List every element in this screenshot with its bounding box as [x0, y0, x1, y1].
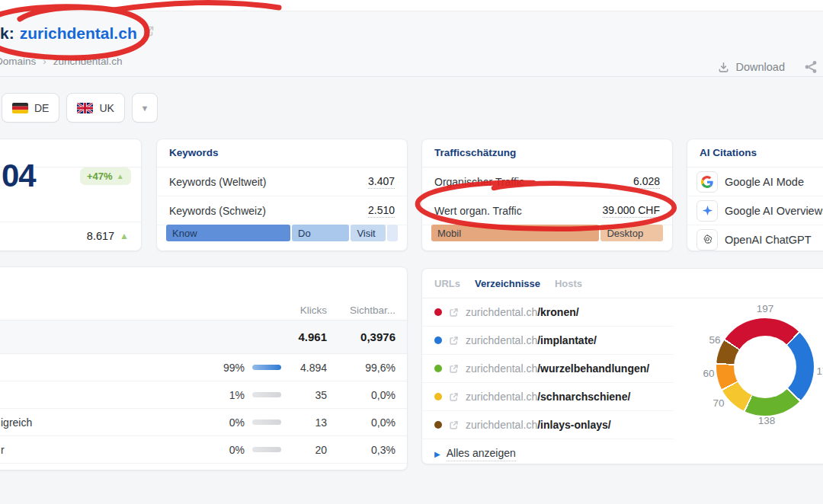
share-percent: 99%: [191, 362, 245, 374]
tab-verzeichnisse[interactable]: Verzeichnisse: [475, 278, 540, 289]
tab-urls[interactable]: URLs: [434, 278, 460, 289]
series-dot: [434, 393, 442, 400]
table-header-row: Klicks Sichtbar...: [0, 301, 407, 321]
table-row: r 0% 20 0,3%: [0, 436, 407, 464]
directories-card: URLs Verzeichnisse Hosts zurichdental.ch…: [421, 268, 823, 464]
ai-row-google-ai-mode[interactable]: Google AI Mode: [687, 167, 823, 196]
show-all-label: Alles anzeigen: [447, 447, 516, 461]
external-link-icon[interactable]: [143, 25, 155, 37]
external-link-icon[interactable]: [449, 420, 459, 430]
klicks-value: 35: [281, 389, 327, 401]
change-badge-value: +47%: [87, 171, 113, 182]
download-icon: [718, 62, 729, 73]
share-percent: 1%: [191, 389, 245, 401]
uk-flag-icon: [77, 103, 93, 113]
summary-sichtbarkeit: 0,3976: [327, 330, 395, 343]
organic-traffic-label: Organischer Traffic: [434, 176, 524, 188]
show-all-link[interactable]: ▶ Alles anzeigen: [422, 439, 674, 468]
directories-list: zurichdental.ch/kronen/ zurichdental.ch/…: [422, 298, 674, 468]
organic-traffic-value[interactable]: 6.028: [633, 175, 660, 189]
keywords-worldwide-label: Keywords (Weltweit): [169, 176, 266, 188]
directory-domain: zurichdental.ch: [466, 362, 537, 375]
col-header-sichtbarkeit[interactable]: Sichtbar...: [327, 305, 395, 316]
secondary-metric: 8.617 ▲: [87, 230, 129, 242]
directory-domain: zurichdental.ch: [466, 391, 537, 403]
ai-row-google-ai-overviews[interactable]: Google AI Overviews: [687, 196, 823, 225]
ai-row-label: Google AI Mode: [725, 176, 804, 188]
sichtbarkeit-value: 0,0%: [327, 389, 395, 401]
traffic-estimation-card: Trafficschätzung Organischer Traffic 6.0…: [421, 139, 673, 251]
share-percent: 0%: [191, 416, 245, 429]
donut-label: 56: [709, 334, 720, 346]
klicks-value: 20: [281, 444, 327, 456]
series-dot: [434, 308, 442, 316]
donut-label: 138: [758, 415, 776, 426]
list-item[interactable]: zurichdental.ch/implantate/: [422, 327, 674, 355]
external-link-icon[interactable]: [449, 364, 459, 374]
keywords-worldwide-value[interactable]: 3.407: [368, 175, 395, 189]
table-row: 99% 4.894 99,6%: [0, 354, 407, 381]
share-icon[interactable]: [803, 59, 818, 75]
lang-tab-de[interactable]: DE: [2, 93, 59, 123]
country-label[interactable]: igreich: [1, 416, 32, 429]
keywords-card: Keywords Keywords (Weltweit) 3.407 Keywo…: [156, 139, 408, 251]
table-row: igreich 0% 13 0,0%: [0, 409, 407, 436]
device-split-bar[interactable]: MobilDesktop: [431, 225, 663, 241]
sichtbarkeit-value: 99,6%: [327, 362, 395, 374]
gemini-sparkle-icon: [697, 200, 718, 222]
list-item[interactable]: zurichdental.ch/kronen/: [422, 298, 674, 327]
list-item[interactable]: zurichdental.ch/wurzelbehandlungen/: [422, 355, 674, 383]
sichtbarkeit-value: 0,3%: [327, 444, 395, 456]
directory-domain: zurichdental.ch: [466, 419, 537, 431]
external-link-icon[interactable]: [449, 392, 459, 402]
breadcrumb: Domains › zurichdental.ch: [0, 56, 122, 67]
keywords-switzerland-label: Keywords (Schweiz): [169, 205, 266, 217]
donut-label: 60: [703, 368, 714, 379]
directory-path: /kronen/: [537, 306, 578, 318]
download-button[interactable]: Download: [718, 61, 786, 73]
openai-icon: [697, 229, 718, 250]
language-switcher: DE UK ▼: [2, 93, 158, 123]
series-dot: [434, 421, 442, 429]
countries-table-card: Klicks Sichtbar... 4.961 0,3976 99% 4.89…: [0, 266, 408, 471]
external-link-icon[interactable]: [449, 336, 459, 346]
trend-up-icon: ▲: [120, 231, 129, 241]
keywords-switzerland-value[interactable]: 2.510: [368, 204, 395, 218]
directory-path: /schnarchschiene/: [537, 391, 630, 403]
top-white-strip: [0, 0, 823, 11]
search-intent-bar[interactable]: KnowDoVisit: [166, 225, 398, 241]
donut-chart[interactable]: [716, 318, 814, 416]
klicks-value: 13: [281, 416, 327, 429]
breadcrumb-separator: ›: [43, 56, 46, 67]
domain-link[interactable]: zurichdental.ch: [20, 24, 137, 43]
share-bar: [252, 392, 281, 397]
list-item[interactable]: zurichdental.ch/schnarchschiene/: [422, 383, 674, 411]
trend-up-icon: ▲: [117, 172, 124, 180]
donut-label: 70: [713, 397, 724, 409]
donut-label: 17: [816, 365, 823, 377]
traffic-value-value[interactable]: 39.000 CHF: [603, 204, 660, 218]
ai-citations-card: AI Citations Google AI Mode Google AI Ov…: [687, 139, 823, 251]
external-link-icon[interactable]: [449, 308, 459, 317]
share-bar: [252, 447, 281, 452]
lang-dropdown-button[interactable]: ▼: [132, 93, 158, 123]
breadcrumb-current: zurichdental.ch: [53, 56, 123, 67]
share-bar: [252, 365, 281, 370]
secondary-metric-value: 8.617: [87, 230, 114, 242]
col-header-klicks[interactable]: Klicks: [281, 305, 327, 316]
seo-dashboard-page: { "header": { "title_fragment": "k:", "d…: [0, 0, 823, 504]
lang-tab-uk-label: UK: [99, 102, 114, 114]
directory-path: /inlays-onlays/: [537, 419, 610, 431]
keywords-card-title: Keywords: [157, 139, 407, 167]
ai-row-openai-chatgpt[interactable]: OpenAI ChatGPT: [687, 225, 823, 254]
download-label: Download: [736, 61, 786, 73]
series-dot: [434, 337, 442, 344]
table-summary-row: 4.961 0,3976: [0, 321, 407, 354]
list-item[interactable]: zurichdental.ch/inlays-onlays/: [422, 411, 674, 439]
tab-hosts[interactable]: Hosts: [555, 278, 582, 289]
lang-tab-uk[interactable]: UK: [66, 93, 124, 123]
breadcrumb-root[interactable]: Domains: [0, 56, 36, 67]
country-label[interactable]: r: [1, 444, 5, 456]
overview-card: 04 +47% ▲ 8.617 ▲: [0, 139, 142, 251]
google-g-icon: [697, 171, 718, 193]
